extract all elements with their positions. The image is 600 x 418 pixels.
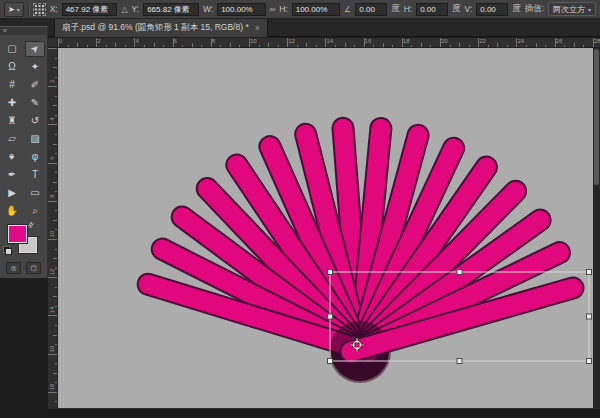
ruler-tick (55, 306, 57, 307)
transform-handle[interactable] (457, 359, 462, 364)
transform-handle[interactable] (328, 270, 333, 275)
options-bar: ➤ ▾ X: 467.92 像素 △ Y: 665.82 像素 W: 100.0… (0, 0, 600, 19)
path-selection-tool-icon: ▶ (8, 188, 16, 198)
hand-tool[interactable]: ✋ (2, 203, 22, 219)
ruler-tick (450, 45, 451, 47)
ruler-tick (564, 45, 565, 47)
transform-handle[interactable] (587, 359, 592, 364)
quick-mask-button[interactable]: ◎ (6, 262, 21, 274)
ruler-tick (55, 210, 57, 211)
width-field[interactable]: 100.00% (217, 3, 265, 16)
fan-artwork (58, 48, 593, 408)
transform-handle[interactable] (328, 314, 333, 319)
rectangular-marquee-tool[interactable]: ▢ (2, 41, 22, 57)
link-dimensions-icon[interactable]: ∞ (270, 5, 276, 14)
transform-handle[interactable] (587, 314, 592, 319)
ruler-tick (154, 43, 155, 47)
ruler-tick (497, 43, 498, 47)
ruler-tick (163, 45, 164, 47)
type-tool[interactable]: T (25, 167, 45, 183)
screen-mode-button[interactable]: ▢ (26, 262, 41, 274)
ruler-tick (68, 45, 69, 47)
horizontal-ruler[interactable]: 0246810121416182022242628 (58, 38, 600, 48)
ruler-tick (55, 191, 57, 192)
ruler-tick (53, 220, 57, 221)
hskew-field[interactable]: 0.00 (416, 3, 448, 16)
ruler-tick (316, 45, 317, 47)
ruler-label: 6 (49, 150, 55, 166)
scrollbar-thumb[interactable] (594, 49, 599, 185)
transform-handle[interactable] (587, 270, 592, 275)
transform-handle[interactable] (328, 359, 333, 364)
ruler-label: 10 (49, 226, 55, 242)
zoom-tool[interactable]: ⌕ (25, 203, 45, 219)
ruler-label: 14 (49, 302, 55, 318)
interpolation-dropdown[interactable]: 两次立方 ▾ (548, 2, 596, 16)
document-tab[interactable]: 扇子.psd @ 91.6% (圆角矩形 1 副本 15, RGB/8) * × (54, 19, 268, 37)
relative-position-toggle[interactable]: △ (121, 5, 127, 14)
ruler-tick (53, 335, 57, 336)
y-position-field[interactable]: 665.82 像素 (143, 3, 199, 16)
pen-tool[interactable]: ✒ (2, 167, 22, 183)
vskew-field[interactable]: 0.00 (476, 3, 508, 16)
pen-tool-icon: ✒ (8, 170, 16, 180)
ruler-tick (297, 45, 298, 47)
tool-preset-button[interactable]: ➤ ▾ (4, 2, 24, 17)
ruler-label: 12 (49, 264, 55, 280)
x-position-field[interactable]: 467.92 像素 (62, 3, 118, 16)
ruler-tick (220, 45, 221, 47)
ruler-tick (53, 373, 57, 374)
ruler-tick (536, 43, 537, 47)
eraser-tool[interactable]: ▱ (2, 131, 22, 147)
move-tool[interactable]: ➤ (25, 41, 45, 57)
path-selection-tool[interactable]: ▶ (2, 185, 22, 201)
ruler-tick (53, 296, 57, 297)
document-tab-title: 扇子.psd @ 91.6% (圆角矩形 1 副本 15, RGB/8) * (62, 22, 249, 34)
shape-tool-icon: ▭ (30, 188, 39, 198)
ruler-tick (55, 325, 57, 326)
tab-close-button[interactable]: × (255, 23, 260, 33)
chevron-down-icon: ▾ (17, 6, 20, 13)
rotate-angle-icon: ∠ (344, 5, 351, 14)
height-field[interactable]: 100.00% (292, 3, 340, 16)
ruler-label: 2 (97, 38, 100, 44)
ruler-tick (488, 45, 489, 47)
ruler-tick (268, 43, 269, 47)
tools-panel: « ▢➤Ω✦#✐✚✎♜↺▱▨♠φ✒T▶▭✋⌕ ⇄ ◎ ▢ (0, 26, 48, 278)
history-brush-tool[interactable]: ↺ (25, 113, 45, 129)
magic-wand-tool-icon: ✦ (31, 62, 39, 72)
ruler-tick (106, 45, 107, 47)
lasso-tool[interactable]: Ω (2, 59, 22, 75)
reference-point-locator[interactable] (33, 3, 46, 16)
dodge-tool-icon: φ (32, 152, 38, 162)
vertical-scrollbar[interactable] (593, 48, 600, 408)
foreground-color-swatch[interactable] (8, 225, 27, 243)
document-canvas[interactable] (58, 48, 593, 408)
default-colors-icon[interactable] (3, 246, 12, 255)
gradient-tool[interactable]: ▨ (25, 131, 45, 147)
crop-tool[interactable]: # (2, 77, 22, 93)
rotation-field[interactable]: 0.00 (355, 3, 387, 16)
clone-stamp-tool[interactable]: ♜ (2, 113, 22, 129)
vertical-ruler[interactable]: 24681012141618 (48, 48, 58, 408)
interpolation-label: 插值: (525, 3, 544, 15)
transform-handle[interactable] (457, 270, 462, 275)
ruler-tick (239, 45, 240, 47)
healing-brush-tool[interactable]: ✚ (2, 95, 22, 111)
ruler-tick (230, 43, 231, 47)
ruler-tick (125, 45, 126, 47)
height-label: H: (279, 4, 288, 14)
eyedropper-tool[interactable]: ✐ (25, 77, 45, 93)
dodge-tool[interactable]: φ (25, 149, 45, 165)
magic-wand-tool[interactable]: ✦ (25, 59, 45, 75)
panel-collapse-button[interactable]: « (0, 27, 47, 35)
interpolation-value: 两次立方 (553, 4, 585, 15)
brush-tool-icon: ✎ (31, 98, 39, 108)
blur-tool[interactable]: ♠ (2, 149, 22, 165)
shape-tool[interactable]: ▭ (25, 185, 45, 201)
swap-colors-icon[interactable]: ⇄ (26, 220, 36, 230)
ruler-label: 12 (288, 38, 295, 44)
brush-tool[interactable]: ✎ (25, 95, 45, 111)
ruler-tick (278, 45, 279, 47)
ruler-tick (306, 43, 307, 47)
